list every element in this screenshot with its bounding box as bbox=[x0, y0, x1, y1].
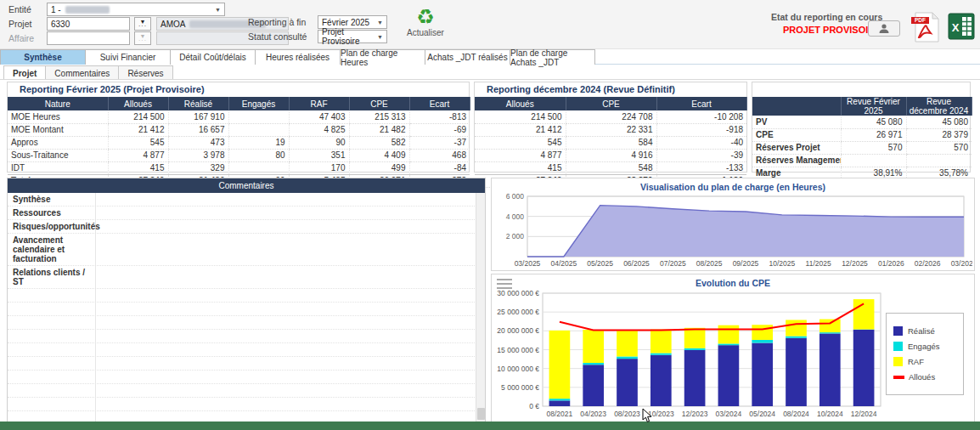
svg-text:25 000 000 €: 25 000 000 € bbox=[497, 308, 539, 316]
comment-text-cell[interactable] bbox=[96, 220, 485, 233]
comment-text-cell[interactable] bbox=[96, 330, 485, 342]
comment-text-cell[interactable] bbox=[96, 266, 485, 288]
comment-category-label: Relations clients / ST bbox=[8, 266, 96, 288]
column-header: Ecart bbox=[409, 97, 470, 110]
comment-empty-row bbox=[8, 289, 485, 303]
comment-category-label bbox=[8, 289, 96, 303]
svg-text:03/2026: 03/2026 bbox=[951, 259, 972, 268]
user-button[interactable] bbox=[868, 20, 900, 37]
comment-text-cell[interactable] bbox=[96, 384, 485, 397]
table-cell: 214 500 bbox=[108, 110, 168, 123]
projet-input[interactable]: 6330 bbox=[47, 17, 130, 31]
table-row: 4 8774 916-39 bbox=[475, 149, 746, 161]
svg-text:05/2025: 05/2025 bbox=[587, 259, 613, 268]
tab-plan-de-charge-achats-jdt[interactable]: Plan de charge Achats _JDT bbox=[510, 49, 595, 65]
comment-category-label: Ressources bbox=[8, 207, 96, 219]
legend-line-swatch bbox=[893, 376, 904, 379]
table-cell: 170 bbox=[289, 161, 349, 174]
excel-export-icon[interactable]: X bbox=[948, 13, 975, 40]
comment-text-cell[interactable] bbox=[96, 303, 485, 315]
table-cell: Sous-Traitance bbox=[8, 149, 108, 161]
comment-text-cell[interactable] bbox=[96, 371, 485, 383]
table-cell: 45 080 bbox=[841, 116, 906, 128]
comment-empty-row bbox=[8, 398, 485, 411]
tab-d-tail-co-t-d-lais[interactable]: Détail Coût/délais bbox=[170, 49, 256, 65]
comment-text-cell[interactable] bbox=[96, 316, 485, 329]
table-cell: PV bbox=[752, 116, 841, 128]
comments-panel: Commentaires SynthèseRessourcesRisques/o… bbox=[7, 178, 486, 422]
table-cell bbox=[906, 154, 972, 167]
reporting-previous-title: Reporting décembre 2024 (Revue Définitif… bbox=[475, 82, 746, 97]
table-row: 214 500224 708-10 208 bbox=[475, 110, 746, 123]
comment-text-cell[interactable] bbox=[96, 398, 485, 410]
hamburger-menu-icon[interactable] bbox=[497, 279, 512, 291]
comment-row: Synthèse bbox=[8, 193, 485, 207]
table-cell: 21 482 bbox=[349, 123, 409, 136]
table-cell: -37 bbox=[409, 136, 470, 149]
comment-category-label bbox=[8, 371, 96, 384]
table-cell: MOE Montant bbox=[8, 123, 108, 136]
affaire-filter-button[interactable]: ▼··· bbox=[134, 31, 151, 45]
actualiser-button[interactable]: ♻ Actualiser bbox=[396, 7, 455, 37]
affaire-input[interactable] bbox=[47, 31, 130, 45]
comment-text-cell[interactable] bbox=[96, 289, 485, 302]
scrollbar-thumb[interactable] bbox=[477, 408, 485, 420]
tab-achats-jdt-r-alis-s[interactable]: Achats _JDT réalisés bbox=[425, 49, 510, 65]
svg-text:12/2025: 12/2025 bbox=[842, 259, 868, 268]
pdf-export-icon[interactable]: PDF bbox=[910, 12, 939, 42]
reporting-a-fin-label: Reporting à fin bbox=[248, 17, 306, 27]
comments-body: SynthèseRessourcesRisques/opportunitésAv… bbox=[8, 193, 485, 430]
comment-category-label bbox=[8, 357, 96, 371]
table-cell: 214 500 bbox=[475, 110, 566, 123]
comment-empty-row bbox=[8, 303, 485, 316]
table-cell: -69 bbox=[409, 123, 470, 136]
comment-empty-row bbox=[8, 384, 485, 398]
table-cell: 167 910 bbox=[168, 110, 228, 123]
comment-text-cell[interactable] bbox=[96, 193, 485, 206]
table-cell: 545 bbox=[108, 136, 168, 149]
svg-text:08/2021: 08/2021 bbox=[547, 410, 573, 418]
entite-select[interactable]: 1 - ▼ bbox=[47, 3, 225, 16]
vertical-scrollbar[interactable] bbox=[476, 193, 485, 422]
entite-label: Entité bbox=[8, 4, 31, 14]
comment-category-label bbox=[8, 316, 96, 330]
table-cell: 45 080 bbox=[906, 116, 972, 128]
subtab-commentaires[interactable]: Commentaires bbox=[45, 65, 119, 80]
projet-filter-button[interactable]: ▼··· bbox=[134, 17, 151, 31]
table-row: 415548-133 bbox=[475, 161, 746, 174]
column-header: Engagés bbox=[228, 97, 289, 110]
comment-text-cell[interactable] bbox=[96, 343, 485, 356]
comment-text-cell[interactable] bbox=[96, 357, 485, 370]
comment-category-label bbox=[8, 303, 96, 316]
svg-text:08/2023: 08/2023 bbox=[614, 410, 640, 418]
subtab-r-serves[interactable]: Réserves bbox=[118, 65, 172, 80]
statut-consulte-select[interactable]: Projet Provisoire ▼ bbox=[318, 30, 387, 43]
table-header-row: AllouésCPEEcart bbox=[475, 97, 746, 110]
svg-text:15 000 000 €: 15 000 000 € bbox=[497, 346, 539, 354]
table-cell: 548 bbox=[566, 161, 656, 174]
comment-text-cell[interactable] bbox=[96, 207, 485, 219]
table-cell: 21 412 bbox=[475, 123, 566, 136]
tab-plan-de-charge-heures[interactable]: Plan de charge Heures bbox=[340, 49, 425, 65]
comment-category-label bbox=[8, 398, 96, 411]
column-header: Revue Février 2025 bbox=[841, 97, 906, 116]
table-cell: 21 412 bbox=[108, 123, 168, 136]
comment-row: Relations clients / ST bbox=[8, 266, 485, 289]
comment-category-label: Avancement calendaire et facturation bbox=[8, 234, 96, 265]
tab-heures-r-alis-es[interactable]: Heures réalisées bbox=[255, 49, 341, 65]
svg-text:4 000: 4 000 bbox=[506, 212, 525, 221]
plan-de-charge-area-chart: 2 0004 0006 00003/202504/202505/202506/2… bbox=[492, 192, 972, 269]
tab-suivi-financier[interactable]: Suivi Financier bbox=[85, 49, 171, 65]
table-cell: 3 978 bbox=[168, 149, 228, 161]
main-tab-bar: SynthèseSuivi FinancierDétail Coût/délai… bbox=[0, 49, 980, 65]
svg-text:12/2023: 12/2023 bbox=[682, 410, 708, 418]
legend-swatch bbox=[893, 357, 903, 366]
tab-synth-se[interactable]: Synthèse bbox=[0, 49, 86, 65]
table-cell: 22 331 bbox=[566, 123, 656, 136]
comment-text-cell[interactable] bbox=[96, 234, 485, 265]
subtab-projet[interactable]: Projet bbox=[3, 65, 46, 80]
table-cell: 329 bbox=[168, 161, 228, 174]
table-cell: -40 bbox=[656, 136, 746, 149]
person-icon bbox=[878, 23, 890, 34]
svg-text:06/2025: 06/2025 bbox=[623, 259, 650, 268]
